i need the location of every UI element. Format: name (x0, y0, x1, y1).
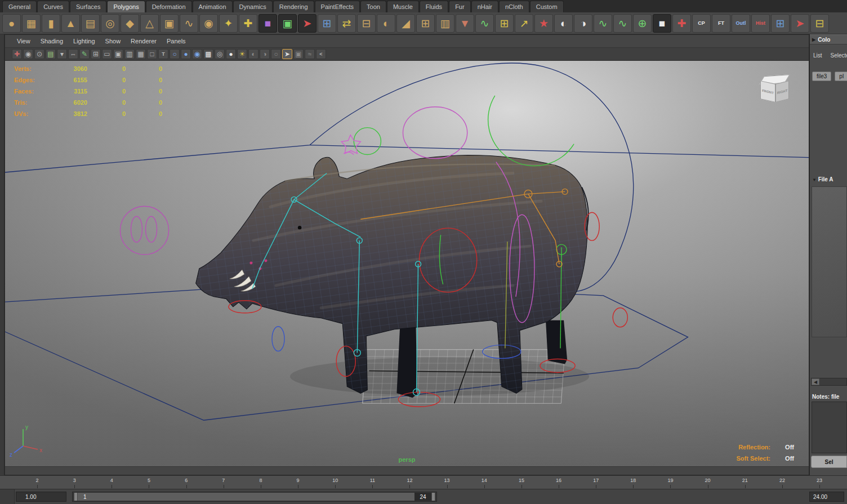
create-polygon-tool-icon[interactable]: ✚ (239, 14, 257, 33)
checker-sphere-a-icon[interactable]: ◐ (554, 14, 573, 33)
white-sphere-icon[interactable]: ● (226, 49, 236, 59)
extrude-icon[interactable]: ↗ (515, 14, 533, 33)
timeline-frame-tick[interactable]: 2 (19, 476, 56, 489)
extract-icon[interactable]: ⊟ (357, 14, 376, 33)
menu-tab-curves[interactable]: Curves (37, 1, 69, 12)
checker-material-icon[interactable]: ▩ (203, 49, 213, 59)
poly-cylinder-icon[interactable]: ▮ (42, 14, 60, 33)
timeline-frame-tick[interactable]: 7 (205, 476, 242, 489)
horizontal-scrollbar[interactable]: ◀ (811, 378, 847, 386)
poly-plane-icon[interactable]: ▤ (81, 14, 100, 33)
camera-select-icon[interactable]: ◉ (23, 49, 33, 59)
camera-lock-icon[interactable]: ⊙ (34, 49, 44, 59)
playback-start-field[interactable]: 1.00 (16, 492, 66, 502)
timeline-frame-tick[interactable]: 18 (614, 476, 652, 489)
menu-tab-nhair[interactable]: nHair (471, 1, 498, 12)
shadows-icon[interactable]: ◐ (248, 49, 258, 59)
panels-menu[interactable]: Panels (162, 37, 191, 46)
timeline-frame-tick[interactable]: 20 (689, 476, 726, 489)
timeline-frame-tick[interactable]: 19 (652, 476, 689, 489)
grease-pencil-icon[interactable]: ✎ (79, 49, 90, 59)
booleans-icon[interactable]: ◐ (377, 14, 395, 33)
view-cube[interactable]: FRONT RIGHT (756, 73, 793, 110)
add-divisions-icon[interactable]: ⊞ (495, 14, 514, 33)
timeline-frame-tick[interactable]: 8 (242, 476, 279, 489)
triangulate-icon[interactable]: ◢ (396, 14, 415, 33)
crease-icon[interactable]: ∿ (613, 14, 632, 33)
export-selection-icon[interactable]: ➤ (791, 14, 809, 33)
shading-menu[interactable]: Shading (35, 37, 68, 46)
file-attributes-section-header[interactable]: ▼ File A (812, 176, 833, 182)
menu-tab-fluids[interactable]: Fluids (420, 1, 448, 12)
resolution-gate-icon[interactable]: ▣ (113, 49, 123, 59)
menu-tab-deformation[interactable]: Deformation (146, 1, 192, 12)
range-slider-track[interactable]: 1 24 (72, 492, 437, 502)
reduce-icon[interactable]: ▼ (456, 14, 474, 33)
fog-icon[interactable]: ≈ (305, 49, 315, 59)
image-plane-icon[interactable]: ▤ (46, 49, 56, 59)
view-cube-front-face[interactable]: FRONT (760, 81, 775, 102)
menu-tab-fur[interactable]: Fur (449, 1, 471, 12)
poly-pipe-icon[interactable]: ▣ (160, 14, 179, 33)
range-slider-range[interactable]: 1 24 (74, 493, 435, 501)
view-cube-right-face[interactable]: RIGHT (775, 81, 789, 102)
field-chart-icon[interactable]: ▦ (136, 49, 146, 59)
lighting-icon[interactable]: ☀ (237, 49, 247, 59)
view-menu[interactable]: View (12, 37, 35, 46)
timeline-frame-tick[interactable]: 22 (764, 476, 801, 489)
xray-icon[interactable]: ○ (271, 49, 281, 59)
mirror-cube-icon[interactable]: ■ (653, 14, 671, 33)
target-weld-icon[interactable]: ⊕ (633, 14, 652, 33)
textured-icon[interactable]: ◉ (192, 49, 202, 59)
gate-mask-icon[interactable]: ▥ (124, 49, 135, 59)
poly-helix-icon[interactable]: ∿ (180, 14, 198, 33)
list-menu[interactable]: List (813, 52, 822, 59)
wedge-icon[interactable]: ∿ (594, 14, 612, 33)
timeline-frame-tick[interactable]: 9 (279, 476, 316, 489)
select-highlight-icon[interactable]: ➤ (282, 49, 292, 59)
timeline-frame-tick[interactable]: 10 (316, 476, 354, 489)
timeline-frame-tick[interactable]: 13 (429, 476, 466, 489)
timeline-frame-tick[interactable]: 3 (56, 476, 93, 489)
safe-action-icon[interactable]: □ (147, 49, 157, 59)
shaded-icon[interactable]: ● (181, 49, 191, 59)
range-end-handle[interactable] (431, 493, 435, 501)
poly-soccer-ball-icon[interactable]: ◉ (199, 14, 218, 33)
poly-pyramid-icon[interactable]: △ (140, 14, 159, 33)
timeline-frame-tick[interactable]: 11 (354, 476, 391, 489)
scroll-left-arrow-icon[interactable]: ◀ (812, 378, 819, 385)
select-button[interactable]: Sel (811, 456, 847, 468)
checker-sphere-b-icon[interactable]: ◑ (574, 14, 592, 33)
fill-hole-icon[interactable]: ▥ (436, 14, 454, 33)
texture-preview-swatch[interactable] (812, 186, 847, 337)
poly-cube-icon[interactable]: ▦ (22, 14, 41, 33)
pan-zoom-icon[interactable]: ⇔ (68, 49, 78, 59)
separate-icon[interactable]: ⇄ (337, 14, 356, 33)
history-icon[interactable]: Hist (751, 14, 770, 33)
timeline-frame-tick[interactable]: 21 (726, 476, 764, 489)
timeline-frame-tick[interactable]: 5 (130, 476, 167, 489)
viewport-3d-view[interactable]: Verts: 3060 0 0 Edges: 6155 0 0 Faces: (5, 61, 809, 466)
default-material-icon[interactable]: ◎ (215, 49, 225, 59)
tab-place2d[interactable]: pl (835, 72, 847, 81)
grid-toggle-icon[interactable]: ⊞ (91, 49, 101, 59)
timeline-frame-tick[interactable]: 4 (93, 476, 130, 489)
smooth-icon[interactable]: ∿ (475, 14, 494, 33)
range-end-value[interactable]: 24 (414, 493, 431, 501)
timeline-frame-tick[interactable]: 12 (391, 476, 428, 489)
film-gate-icon[interactable]: ▭ (102, 49, 112, 59)
select-cursor-icon[interactable]: ➤ (298, 14, 316, 33)
safe-title-icon[interactable]: T (158, 49, 168, 59)
playback-end-field[interactable]: 24.00 (809, 492, 844, 502)
range-start-handle[interactable] (74, 493, 78, 501)
selected-menu[interactable]: Selecte (831, 52, 847, 59)
view-axis-icon[interactable]: ✚ (12, 49, 22, 59)
tab-file3[interactable]: file3 (812, 72, 831, 81)
sculpt-geometry-icon[interactable]: ✦ (219, 14, 238, 33)
lighting-menu[interactable]: Lighting (68, 37, 100, 46)
poly-sphere-icon[interactable]: ● (2, 14, 21, 33)
share-view-icon[interactable]: < (316, 49, 326, 59)
menu-tab-rendering[interactable]: Rendering (273, 1, 314, 12)
occlusion-icon[interactable]: ◑ (260, 49, 270, 59)
wireframe-icon[interactable]: ○ (170, 49, 180, 59)
